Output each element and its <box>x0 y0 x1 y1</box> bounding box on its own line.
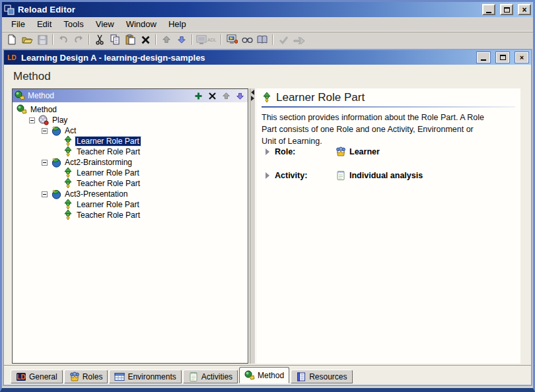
preview-adl-icon[interactable]: ADL <box>196 33 218 46</box>
new-document-icon[interactable] <box>5 33 19 46</box>
activity-icon <box>336 170 346 181</box>
menu-edit[interactable]: Edit <box>32 18 57 30</box>
tree-row-label[interactable]: Teacher Role Part <box>75 179 141 188</box>
tree-row-label[interactable]: Play <box>51 115 69 125</box>
detail-description: This section provides information about … <box>262 112 489 147</box>
open-folder-icon[interactable] <box>20 33 34 46</box>
add-button[interactable] <box>193 90 204 102</box>
role-value[interactable]: Learner <box>336 147 380 157</box>
expand-triangle-icon[interactable] <box>266 148 269 155</box>
ld-logo-icon <box>7 52 17 63</box>
tree-row-label[interactable]: Teacher Role Part <box>75 147 141 156</box>
play-icon <box>38 115 49 125</box>
role-part-icon <box>63 199 73 210</box>
tree-row-label[interactable]: Method <box>29 105 58 114</box>
tab-activities[interactable]: Activities <box>183 370 238 383</box>
tree-row[interactable]: Act3-Presentation <box>13 189 248 199</box>
tree-row[interactable]: Learner Role Part <box>13 199 248 210</box>
delete-button[interactable] <box>207 90 218 102</box>
paste-icon[interactable] <box>123 33 137 46</box>
act-icon <box>51 125 61 136</box>
tree-row[interactable]: Learner Role Part <box>13 168 248 178</box>
minimize-button[interactable] <box>482 4 495 15</box>
doc-maximize-button[interactable] <box>496 52 509 63</box>
collapse-expander[interactable] <box>42 128 48 134</box>
collapse-left-icon[interactable] <box>251 90 254 95</box>
environments-icon <box>114 372 125 382</box>
tab-method[interactable]: Method <box>239 367 289 383</box>
move-down-icon[interactable] <box>174 33 189 46</box>
validate-icon[interactable] <box>276 33 291 46</box>
tab-general[interactable]: General <box>11 370 63 383</box>
tree-row-selected[interactable]: Learner Role Part <box>13 136 248 147</box>
activity-value[interactable]: Individual analysis <box>336 170 423 181</box>
cut-icon[interactable] <box>92 33 107 46</box>
tab-label: Activities <box>201 372 232 381</box>
tab-roles[interactable]: Roles <box>64 370 108 383</box>
tree-row-label[interactable]: Act3-Presentation <box>63 189 129 199</box>
tree-row-label[interactable]: Learner Role Part <box>75 137 141 146</box>
split-divider[interactable] <box>250 88 256 364</box>
move-down-button[interactable] <box>234 90 246 102</box>
role-field: Role: Learner <box>266 147 380 157</box>
toolbar-separator <box>89 34 90 45</box>
preview-icon[interactable] <box>225 33 239 46</box>
method-icon <box>15 90 25 101</box>
tab-label: Environments <box>127 372 176 381</box>
menu-help[interactable]: Help <box>163 18 192 30</box>
method-icon <box>244 370 255 381</box>
doc-close-button[interactable]: × <box>515 52 528 63</box>
role-part-icon <box>63 147 73 157</box>
collapse-expander[interactable] <box>42 160 48 166</box>
save-icon[interactable] <box>35 33 50 46</box>
doc-minimize-button[interactable] <box>477 52 490 63</box>
document-titlebar[interactable]: Learning Design A - learning-design-samp… <box>4 50 531 65</box>
move-up-icon[interactable] <box>159 33 174 46</box>
maximize-button[interactable] <box>500 4 513 15</box>
window-title: Reload Editor <box>18 5 478 15</box>
tree-header-label: Method <box>28 91 190 100</box>
close-button[interactable]: × <box>518 4 531 15</box>
tree-row[interactable]: Play <box>13 115 248 125</box>
detail-title: Learner Role Part <box>276 91 365 104</box>
tree-row[interactable]: Act2-Brainstorming <box>13 157 248 168</box>
tree-row-label[interactable]: Learner Role Part <box>75 168 141 178</box>
role-part-icon <box>262 92 272 103</box>
copy-icon[interactable] <box>108 33 122 46</box>
view-glasses-icon[interactable] <box>240 33 254 46</box>
page-title: Method <box>13 70 51 83</box>
method-icon <box>17 104 27 115</box>
tab-label: General <box>29 372 57 381</box>
menu-tools[interactable]: Tools <box>58 18 89 30</box>
tree-row-label[interactable]: Act2-Brainstorming <box>63 158 133 167</box>
role-part-detail-panel: Learner Role Part This section provides … <box>256 88 520 364</box>
delete-icon[interactable] <box>138 33 153 46</box>
collapse-expander[interactable] <box>42 191 48 197</box>
expand-triangle-icon[interactable] <box>266 172 269 179</box>
tree-row[interactable]: Teacher Role Part <box>13 210 248 220</box>
menu-file[interactable]: File <box>6 18 30 30</box>
undo-icon[interactable] <box>56 33 71 46</box>
tree-row-label[interactable]: Act <box>63 126 77 135</box>
hand-icon[interactable] <box>291 33 311 46</box>
menu-view[interactable]: View <box>90 18 120 30</box>
move-up-button[interactable] <box>221 90 232 102</box>
titlebar[interactable]: Reload Editor × <box>2 2 533 17</box>
tree-row-label[interactable]: Teacher Role Part <box>75 211 141 220</box>
tree-row[interactable]: Teacher Role Part <box>13 147 248 157</box>
menu-window[interactable]: Window <box>121 18 162 30</box>
tab-resources[interactable]: Resources <box>291 370 352 383</box>
tree-row-label[interactable]: Learner Role Part <box>75 200 141 209</box>
tab-environments[interactable]: Environments <box>109 370 181 383</box>
tree-row[interactable]: Act <box>13 125 248 136</box>
role-part-icon <box>63 210 73 220</box>
collapse-right-icon[interactable] <box>251 96 254 101</box>
redo-icon[interactable] <box>71 33 86 46</box>
method-tree-panel: Method Method <box>12 88 248 364</box>
tree-row[interactable]: Teacher Role Part <box>13 178 248 189</box>
collapse-expander[interactable] <box>29 117 35 123</box>
tree-row[interactable]: Method <box>13 104 248 115</box>
title-rule <box>262 106 515 108</box>
book-icon[interactable] <box>255 33 269 46</box>
activity-value-label: Individual analysis <box>349 171 423 180</box>
